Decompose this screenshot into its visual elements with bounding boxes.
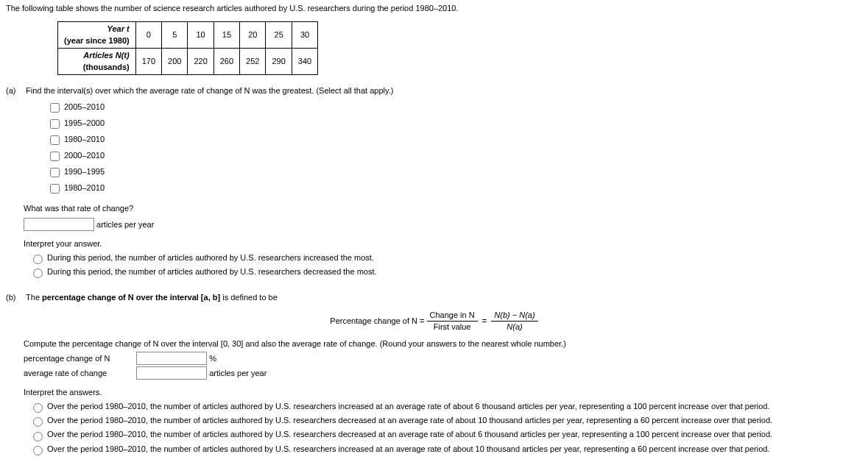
year-cell: 0 (135, 22, 161, 49)
year-cell: 15 (214, 22, 239, 49)
lead-c: is defined to be (220, 293, 278, 302)
pc-label: percentage change of N (24, 353, 134, 364)
frac1: Change in N First value (427, 310, 478, 333)
radio-option[interactable] (33, 446, 43, 455)
year-cell: 30 (292, 22, 317, 49)
value-cell: 200 (162, 49, 188, 75)
checkbox-option[interactable] (50, 119, 60, 129)
frac2-den: N(a) (491, 322, 537, 333)
radio-option[interactable] (33, 255, 43, 264)
part-b-marker: (b) (6, 292, 24, 303)
value-cell: 290 (266, 49, 292, 75)
lead-a: The (26, 293, 42, 302)
row2-h-b: (thousands) (83, 63, 130, 71)
option-label: During this period, the number of articl… (47, 267, 377, 276)
arc-label: average rate of change (24, 368, 134, 379)
row1-h-a: Year t (107, 24, 130, 33)
option-label: 2005–2010 (64, 103, 105, 112)
formula-lhs: Percentage change of N = (330, 316, 426, 325)
value-cell: 170 (135, 49, 161, 75)
data-table: Year t (year since 1980) 0 5 10 15 20 25… (57, 21, 318, 75)
arc-unit: articles per year (209, 369, 267, 377)
radio-option[interactable] (33, 417, 43, 427)
frac2-num: N(b) − N(a) (491, 310, 537, 322)
option-label: During this period, the number of articl… (47, 253, 374, 262)
checkbox-option[interactable] (50, 168, 60, 177)
year-cell: 25 (266, 22, 292, 49)
part-a-marker: (a) (6, 85, 24, 96)
arc-input[interactable] (136, 366, 207, 380)
radio-option[interactable] (33, 432, 43, 441)
row1-header: Year t (year since 1980) (58, 22, 136, 49)
checkbox-option[interactable] (50, 184, 60, 194)
rate-unit: articles per year (96, 220, 154, 229)
pc-input[interactable] (136, 352, 207, 365)
checkbox-option[interactable] (50, 152, 60, 161)
intro-text: The following table shows the number of … (6, 3, 862, 14)
compute-question: Compute the percentage change of N over … (24, 338, 862, 349)
year-cell: 10 (188, 22, 214, 49)
option-label: Over the period 1980–2010, the number of… (47, 430, 772, 439)
year-cell: 20 (240, 22, 266, 49)
interpret-heading-b: Interpret the answers. (24, 387, 862, 398)
frac1-den: First value (427, 322, 478, 333)
checkbox-option[interactable] (50, 103, 60, 113)
row2-header: Articles N(t) (thousands) (58, 49, 136, 75)
value-cell: 260 (214, 49, 239, 75)
rate-input[interactable] (24, 218, 94, 231)
rate-question: What was that rate of change? (24, 203, 862, 214)
lead-b: percentage change of N over the interval… (42, 293, 220, 302)
option-label: Over the period 1980–2010, the number of… (47, 402, 769, 411)
frac1-num: Change in N (427, 310, 478, 322)
option-label: 1990–1995 (64, 168, 105, 177)
interpret-heading-a: Interpret your answer. (24, 238, 862, 249)
option-label: Over the period 1980–2010, the number of… (47, 416, 772, 425)
radio-option[interactable] (33, 269, 43, 278)
option-label: Over the period 1980–2010, the number of… (47, 444, 769, 453)
row2-h-a: Articles N(t) (83, 51, 129, 60)
frac2: N(b) − N(a) N(a) (491, 310, 537, 333)
part-a-question: Find the interval(s) over which the aver… (26, 85, 393, 96)
value-cell: 340 (292, 49, 317, 75)
radio-option[interactable] (33, 403, 43, 413)
value-cell: 252 (240, 49, 266, 75)
option-label: 1980–2010 (64, 184, 105, 193)
formula: Percentage change of N = Change in N Fir… (6, 310, 862, 333)
year-cell: 5 (162, 22, 188, 49)
pc-unit: % (209, 354, 216, 363)
option-label: 1980–2010 (64, 135, 105, 144)
value-cell: 220 (188, 49, 214, 75)
checkbox-option[interactable] (50, 135, 60, 145)
part-b-lead: The percentage change of N over the inte… (26, 292, 278, 303)
option-label: 1995–2000 (64, 119, 105, 128)
option-label: 2000–2010 (64, 152, 105, 160)
row1-h-b: (year since 1980) (64, 36, 130, 45)
